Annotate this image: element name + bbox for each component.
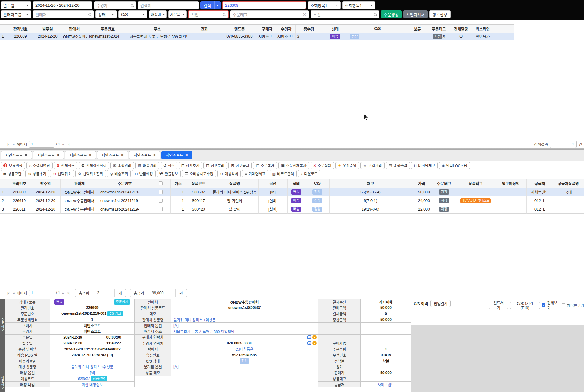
column-header[interactable]: 주소	[128, 25, 187, 33]
bundle-add-button[interactable]: ⊞합포추가	[179, 162, 202, 169]
item-row[interactable]: 22266102024-12-20ONEW수동판매처onewms1st-2024…	[0, 196, 584, 205]
column-header[interactable]: 보류	[407, 25, 428, 33]
row-checkbox[interactable]	[159, 207, 163, 211]
column-header[interactable]: 구매자	[257, 25, 277, 33]
prev-page-icon[interactable]: «	[13, 291, 15, 295]
title-only-checkbox[interactable]	[562, 303, 565, 307]
close-icon[interactable]: ✕	[185, 153, 188, 157]
recycle-button[interactable]: ♻전체취소철회	[79, 162, 109, 169]
detail-value[interactable]: 서울특별시 도봉구 노해로 389 제일빌딩	[171, 328, 318, 334]
row-checkbox[interactable]	[159, 199, 163, 203]
select-all-checkbox[interactable]	[159, 181, 163, 185]
detail-value[interactable]: [M]	[171, 323, 318, 328]
bundle-split-button[interactable]: ⊟합포분리	[203, 162, 227, 169]
order-delete-trash-button[interactable]: ✖주문삭제	[311, 162, 334, 169]
tab-0[interactable]: 지안소프트✕	[1, 151, 32, 159]
order-date-type-select[interactable]: 발주일	[1, 1, 31, 9]
column-header[interactable]: 전화	[187, 25, 222, 33]
side-tab-product-info[interactable]: 상품정보	[0, 376, 5, 390]
column-header[interactable]: 핸드폰	[222, 25, 257, 33]
tab-2[interactable]: 지안소프트✕	[65, 151, 96, 159]
order-tag-input[interactable]: 주문태그✕	[230, 10, 309, 18]
cancel-selected-undo-button[interactable]: ♻선택취소철회	[75, 170, 106, 177]
work-search-input[interactable]: 작업	[188, 10, 229, 18]
detail-value[interactable]: 이전 매칭정보	[50, 382, 135, 387]
cs-popup-button[interactable]: 팝업열기	[430, 300, 451, 307]
undo-button[interactable]: ↺회수	[161, 162, 177, 169]
column-header[interactable]: 판매처	[61, 25, 87, 33]
phone-icon[interactable]: ☎	[307, 341, 311, 345]
tab-4[interactable]: 지안소프트✕	[129, 151, 160, 159]
close-icon[interactable]: ✕	[57, 153, 59, 157]
item-settings-button[interactable]: 항목설정	[429, 10, 451, 18]
column-header[interactable]: C/S	[348, 25, 407, 33]
column-header[interactable]: 상품태그	[456, 179, 495, 188]
column-header[interactable]: 주문태그	[428, 25, 450, 33]
column-header[interactable]: 개수	[171, 179, 186, 188]
next-page-icon[interactable]: »	[62, 142, 64, 146]
tab-3[interactable]: 지안소프트✕	[97, 151, 128, 159]
unassigned-stock-cart-button[interactable]: ⊔미할당재고	[411, 162, 438, 169]
page-input[interactable]	[29, 290, 54, 296]
column-header[interactable]: 관리번호	[7, 25, 34, 33]
detail-value[interactable]: [M]	[50, 370, 135, 376]
first-page-icon[interactable]: |«	[7, 291, 9, 295]
multi-loc-button[interactable]: ◈멀티LOC할당	[439, 162, 470, 169]
next-page-icon[interactable]: »	[62, 291, 64, 295]
hold-alert-button[interactable]: !보류설정	[1, 162, 25, 169]
tab-1[interactable]: 지안소프트✕	[33, 151, 64, 159]
last-page-icon[interactable]: »|	[67, 142, 69, 146]
column-header[interactable]: 상품코드	[186, 179, 211, 188]
cancel-all-x-button[interactable]: ✖전체취소	[54, 162, 77, 169]
date-range-input[interactable]: 2024-11-20 - 2024-12-20	[33, 1, 92, 9]
order-copy-all-button[interactable]: ▣주문전체복사	[278, 162, 309, 169]
column-header[interactable]: 가격	[411, 179, 432, 188]
product-exchange-button[interactable]: ⇄상품교환	[1, 170, 24, 177]
close-icon[interactable]: ✕	[153, 153, 156, 157]
item-row[interactable]: 12266092024-12-20ONEW수동판매처onewms1st-2024…	[0, 188, 584, 196]
column-header[interactable]: 재고	[330, 179, 411, 188]
detail-value[interactable]: [M]	[171, 364, 318, 370]
close-icon[interactable]: ✕	[89, 153, 91, 157]
column-header[interactable]: 발주일	[34, 25, 61, 33]
column-header[interactable]: 수령자	[277, 25, 296, 33]
refund-button[interactable]: ₩환불정보	[157, 170, 181, 177]
column-header[interactable]: 상태	[322, 25, 348, 33]
clear-x-icon[interactable]: ✕	[303, 12, 306, 17]
phone-icon[interactable]: ☎	[307, 335, 311, 339]
statement-doc-button[interactable]: ≡거래명세표	[242, 170, 268, 177]
close-icon[interactable]: ✕	[121, 153, 124, 157]
download-button[interactable]: ↓다운로드	[298, 170, 320, 177]
shipping-fee-select[interactable]: 배송비	[149, 10, 167, 18]
side-tab-order-info[interactable]: 주문정보	[0, 318, 5, 332]
lookup-item1-select[interactable]: 조회항목1	[308, 1, 341, 9]
prev-page-icon[interactable]: «	[13, 142, 15, 146]
column-header[interactable]: 옵션	[259, 179, 288, 188]
return-expected-button[interactable]: ⊡반품예정	[132, 170, 155, 177]
first-page-icon[interactable]: |«	[7, 142, 9, 146]
search-options-caret-button[interactable]	[214, 1, 221, 9]
column-header[interactable]: 박스타입	[472, 25, 493, 33]
item-row[interactable]: 32266112024-12-20ONEW수동판매처onewms1st-2024…	[0, 205, 584, 214]
invoice-envelope-button[interactable]: ✉송장관리	[110, 162, 134, 169]
cs-leave-button[interactable]: C/S남기기(F10)	[510, 302, 540, 309]
match-delete-button[interactable]: ⊖매칭삭제	[217, 170, 241, 177]
search-value-input[interactable]: 226609	[222, 1, 306, 9]
detail-value[interactable]: S00537 상품설명	[50, 376, 135, 381]
priority-medal-button[interactable]: ★우선순위	[335, 162, 359, 169]
detail-value[interactable]: 플라워 미니 원피스 1위상품	[50, 364, 135, 370]
row-checkbox[interactable]	[159, 190, 163, 194]
cs-select[interactable]: C/S	[118, 10, 147, 18]
keyword-input[interactable]: 검색어	[138, 1, 199, 9]
home-button[interactable]: ⌂수령지변경	[26, 162, 52, 169]
column-header[interactable]: 발주일	[31, 179, 61, 188]
lookup-item2-select[interactable]: 조회항목1	[342, 1, 375, 9]
column-header[interactable]: 상품명	[211, 179, 259, 188]
seller-search-input[interactable]: 판매처	[33, 10, 94, 18]
page-input[interactable]	[29, 141, 54, 148]
close-icon[interactable]: ✕	[24, 153, 27, 157]
column-header[interactable]: 주문번호	[87, 25, 128, 33]
delivery-truck-button[interactable]: ▦배송관리	[135, 162, 159, 169]
order-copy-button[interactable]: ▢주문복사	[253, 162, 277, 169]
invoice-print-button[interactable]: ▤송장출력	[386, 162, 410, 169]
